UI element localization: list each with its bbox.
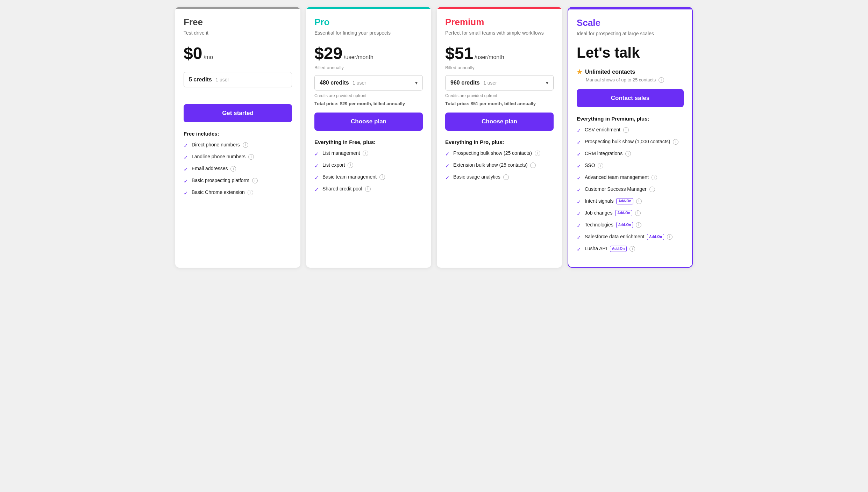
feature-list-premium: ✓ Prospecting bulk show (25 contacts) i …: [445, 150, 554, 181]
check-icon: ✓: [577, 234, 581, 241]
list-item: ✓ Landline phone numbers i: [184, 153, 292, 161]
cta-button-pro[interactable]: Choose plan: [314, 113, 423, 131]
addon-badge: Add-On: [615, 210, 632, 216]
check-icon: ✓: [184, 189, 188, 197]
addon-badge: Add-On: [616, 222, 633, 228]
check-icon: ✓: [577, 198, 581, 205]
cta-button-free[interactable]: Get started: [184, 104, 292, 122]
unlimited-contacts: ★ Unlimited contacts: [577, 68, 684, 76]
list-item: ✓ Intent signals Add-On i: [577, 198, 684, 205]
feature-list-pro: ✓ List management i ✓ List export i ✓ Ba…: [314, 150, 423, 193]
info-icon[interactable]: i: [243, 142, 248, 148]
list-item: ✓ Customer Success Manager i: [577, 186, 684, 194]
credits-user-pro: 1 user: [353, 80, 366, 86]
credits-static-free: 5 credits 1 user: [184, 72, 292, 87]
info-icon[interactable]: i: [535, 151, 540, 156]
check-icon: ✓: [577, 162, 581, 170]
plan-tagline-premium: Perfect for small teams with simple work…: [445, 30, 554, 37]
check-icon: ✓: [445, 162, 450, 169]
info-icon[interactable]: i: [365, 186, 371, 192]
price-row-pro: $29 /user/month: [314, 44, 423, 63]
addon-badge: Add-On: [616, 198, 633, 204]
info-icon[interactable]: i: [667, 234, 673, 240]
plan-card-scale: Scale Ideal for prospecting at large sca…: [568, 7, 693, 268]
check-icon: ✓: [184, 142, 188, 149]
list-item: ✓ Advanced team management i: [577, 174, 684, 182]
price-amount-pro: $29: [314, 44, 342, 63]
info-icon[interactable]: i: [629, 246, 635, 252]
plan-card-premium: Premium Perfect for small teams with sim…: [437, 7, 562, 268]
cta-button-scale[interactable]: Contact sales: [577, 89, 684, 107]
info-icon[interactable]: i: [636, 198, 642, 204]
addon-badge: Add-On: [610, 246, 627, 252]
check-icon: ✓: [445, 174, 450, 181]
info-icon[interactable]: i: [248, 190, 253, 195]
plan-name-pro: Pro: [314, 17, 423, 28]
credits-user-free: 1 user: [215, 77, 229, 82]
feature-list-scale: ✓ CSV enrichment i ✓ Prospecting bulk sh…: [577, 126, 684, 253]
price-suffix-pro: /user/month: [344, 54, 373, 60]
billed-annually-pro: Billed annually: [314, 65, 423, 70]
list-item: ✓ Basic Chrome extension i: [184, 189, 292, 197]
info-icon[interactable]: i: [649, 187, 655, 192]
credits-dropdown-premium[interactable]: 960 credits 1 user ▾: [445, 75, 554, 91]
manual-shows: Manual shows of up to 25 contacts i: [586, 77, 684, 83]
info-icon[interactable]: i: [636, 222, 641, 228]
total-price-pro: Total price: $29 per month, billed annua…: [314, 101, 423, 106]
addon-badge: Add-On: [647, 234, 664, 240]
features-heading-free: Free includes:: [184, 131, 292, 137]
list-item: ✓ Email addresses i: [184, 165, 292, 173]
check-icon: ✓: [577, 222, 581, 229]
info-icon[interactable]: i: [248, 154, 254, 160]
info-icon[interactable]: i: [379, 174, 385, 180]
features-heading-pro: Everything in Free, plus:: [314, 139, 423, 145]
info-icon[interactable]: i: [635, 210, 641, 216]
list-item: ✓ Salesforce data enrichment Add-On i: [577, 233, 684, 241]
credits-note-premium: Credits are provided upfront: [445, 93, 554, 98]
check-icon: ✓: [577, 210, 581, 217]
list-item: ✓ Shared credit pool i: [314, 186, 423, 193]
total-price-premium: Total price: $51 per month, billed annua…: [445, 101, 554, 106]
check-icon: ✓: [445, 150, 450, 158]
cta-button-premium[interactable]: Choose plan: [445, 113, 554, 131]
plan-tagline-scale: Ideal for prospecting at large scales: [577, 30, 684, 37]
credits-user-premium: 1 user: [483, 80, 497, 86]
check-icon: ✓: [314, 162, 319, 169]
info-icon[interactable]: i: [652, 175, 657, 180]
plan-tagline-free: Test drive it: [184, 30, 292, 37]
list-item: ✓ Extension bulk show (25 contacts) i: [445, 162, 554, 169]
info-icon[interactable]: i: [530, 162, 536, 168]
info-icon[interactable]: i: [623, 127, 629, 133]
list-item: ✓ Technologies Add-On i: [577, 222, 684, 229]
info-icon[interactable]: i: [363, 151, 368, 156]
plan-name-scale: Scale: [577, 17, 684, 28]
check-icon: ✓: [577, 127, 581, 134]
price-suffix-free: /mo: [204, 54, 213, 60]
plan-card-free: Free Test drive it $0 /mo 5 credits 1 us…: [175, 7, 300, 268]
list-item: ✓ Lusha API Add-On i: [577, 245, 684, 253]
price-amount-free: $0: [184, 44, 202, 63]
plan-name-free: Free: [184, 17, 292, 28]
info-icon[interactable]: i: [659, 77, 664, 83]
credits-dropdown-pro[interactable]: 480 credits 1 user ▾: [314, 75, 423, 91]
info-icon[interactable]: i: [625, 151, 631, 157]
list-item: ✓ Direct phone numbers i: [184, 142, 292, 149]
check-icon: ✓: [577, 246, 581, 253]
list-item: ✓ List management i: [314, 150, 423, 158]
info-icon[interactable]: i: [252, 178, 258, 183]
list-item: ✓ Job changes Add-On i: [577, 210, 684, 217]
list-item: ✓ Basic usage analytics i: [445, 174, 554, 181]
chevron-down-icon: ▾: [415, 80, 418, 86]
info-icon[interactable]: i: [673, 139, 678, 145]
billed-annually-premium: Billed annually: [445, 65, 554, 70]
info-icon[interactable]: i: [503, 174, 509, 180]
list-item: ✓ Prospecting bulk show (1,000 contacts)…: [577, 138, 684, 146]
list-item: ✓ List export i: [314, 162, 423, 169]
info-icon[interactable]: i: [348, 162, 353, 168]
credits-amount-free: 5 credits: [189, 77, 212, 82]
plan-tagline-pro: Essential for finding your prospects: [314, 30, 423, 37]
info-icon[interactable]: i: [598, 163, 603, 168]
list-item: ✓ CSV enrichment i: [577, 126, 684, 134]
price-row-premium: $51 /user/month: [445, 44, 554, 63]
info-icon[interactable]: i: [230, 166, 236, 172]
